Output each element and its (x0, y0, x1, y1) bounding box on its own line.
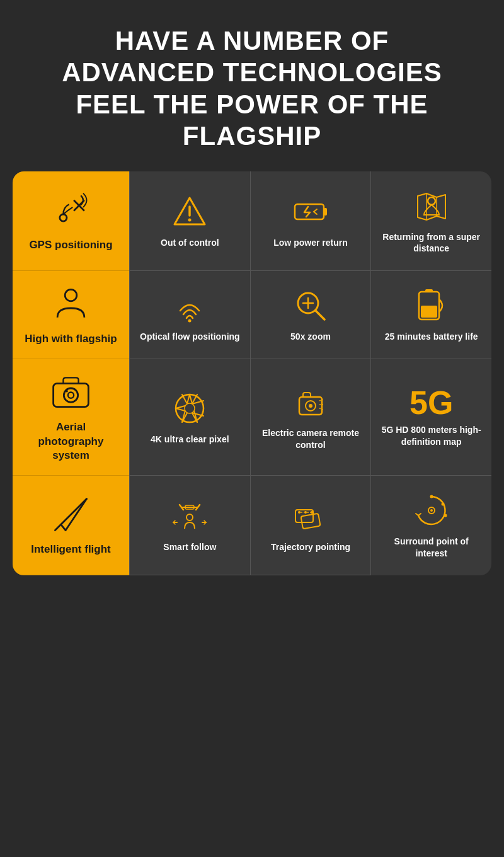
features-grid: GPS positioning Out of control Low power… (13, 171, 491, 575)
svg-rect-19 (54, 384, 89, 407)
svg-point-33 (309, 404, 312, 408)
paper-plane-icon (50, 494, 91, 535)
feature-cell-50x-zoom: 50x zoom (250, 271, 371, 359)
left-label-gps: GPS positioning (29, 238, 112, 252)
feature-label-trajectory: Trajectory pointing (271, 541, 350, 553)
gps-icon (50, 190, 91, 231)
feature-cell-surround: Surround point of interest (370, 476, 491, 575)
person-icon (50, 284, 91, 325)
battery-return-icon (292, 193, 329, 231)
trajectory-icon (292, 497, 329, 535)
feature-cell-returning-super: Returning from a super distance (370, 171, 491, 272)
feature-cell-battery-life: 25 minutes battery life (370, 271, 491, 359)
feature-label-camera-remote: Electric camera remote control (257, 427, 365, 451)
feature-label-5g: 5G HD 800 meters high-definition map (377, 424, 485, 448)
svg-point-54 (430, 495, 433, 498)
battery-life-icon (413, 287, 450, 325)
left-cell-high-flagship: High with flagship (13, 271, 129, 359)
feature-label-returning-super: Returning from a super distance (377, 231, 485, 255)
optical-flow-icon (171, 287, 209, 325)
svg-point-53 (430, 509, 433, 512)
zoom-icon (292, 287, 329, 325)
svg-point-0 (60, 214, 67, 221)
left-label-aerial: Aerial photography system (22, 420, 120, 462)
left-cell-intelligent: Intelligent flight (13, 476, 129, 575)
camera-icon (50, 372, 91, 413)
svg-point-51 (311, 511, 313, 514)
feature-label-50x-zoom: 50x zoom (290, 331, 331, 343)
feature-cell-smart-follow: Smart follow (129, 476, 250, 575)
feature-cell-5g: 5G 5G HD 800 meters high-definition map (370, 359, 491, 475)
smart-follow-icon (171, 497, 209, 535)
feature-cell-4k: 4K ultra clear pixel (129, 359, 250, 475)
camera-remote-icon (292, 383, 329, 421)
left-label-high-flagship: High with flagship (25, 332, 117, 346)
feature-cell-trajectory: Trajectory pointing (250, 476, 371, 575)
svg-point-10 (65, 290, 77, 302)
svg-line-15 (316, 311, 324, 319)
svg-point-4 (188, 219, 192, 222)
surround-icon (413, 492, 450, 529)
feature-cell-optical-flow: Optical flow positioning (129, 271, 250, 359)
feature-label-optical-flow: Optical flow positioning (140, 331, 240, 343)
feature-label-out-of-control: Out of control (161, 237, 219, 249)
feature-label-low-power-return: Low power return (273, 237, 347, 249)
map-icon (413, 187, 450, 225)
svg-point-7 (428, 197, 435, 205)
svg-point-30 (185, 403, 195, 413)
header-title: HAVE A NUMBER OF ADVANCED TECHNOLOGIES F… (38, 25, 466, 152)
aperture-icon (171, 389, 209, 427)
svg-point-21 (68, 393, 74, 398)
feature-label-surround: Surround point of interest (377, 536, 485, 560)
5g-label: 5G (410, 386, 453, 419)
left-cell-gps: GPS positioning (13, 171, 129, 272)
warning-icon (171, 193, 209, 231)
page-header: HAVE A NUMBER OF ADVANCED TECHNOLOGIES F… (0, 0, 504, 171)
feature-label-battery-life: 25 minutes battery life (385, 331, 478, 343)
features-grid-container: GPS positioning Out of control Low power… (13, 171, 491, 575)
svg-rect-18 (421, 306, 437, 318)
svg-rect-46 (301, 513, 320, 529)
feature-cell-out-of-control: Out of control (129, 171, 250, 272)
left-label-intelligent: Intelligent flight (31, 543, 111, 556)
svg-point-22 (66, 390, 68, 393)
svg-point-56 (444, 514, 447, 517)
feature-label-4k: 4K ultra clear pixel (151, 434, 229, 446)
svg-line-37 (61, 498, 87, 524)
feature-cell-camera-remote: Electric camera remote control (250, 359, 371, 475)
feature-label-smart-follow: Smart follow (163, 541, 216, 553)
svg-rect-6 (324, 208, 327, 216)
svg-rect-17 (425, 289, 433, 292)
svg-point-47 (298, 511, 301, 514)
svg-point-38 (186, 514, 193, 521)
svg-point-55 (441, 502, 444, 505)
feature-cell-low-power-return: Low power return (250, 171, 371, 272)
svg-point-11 (188, 319, 192, 323)
svg-point-49 (304, 511, 307, 514)
left-cell-aerial: Aerial photography system (13, 359, 129, 475)
